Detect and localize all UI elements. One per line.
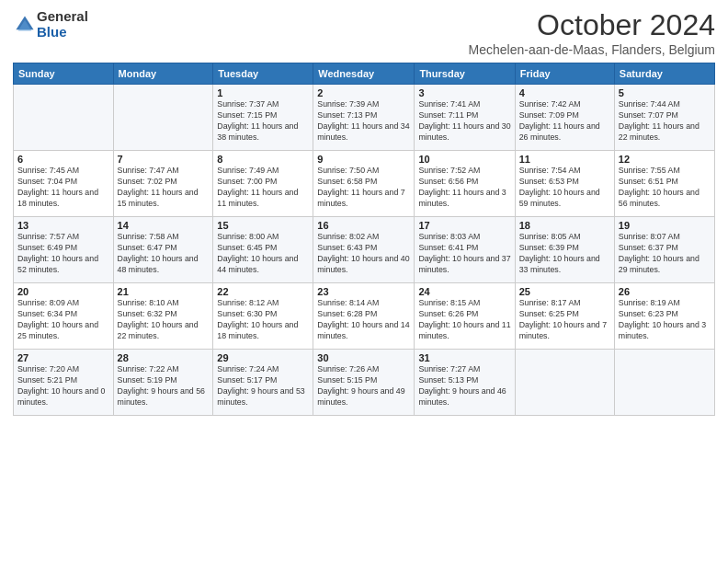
day-info: Sunrise: 7:45 AMSunset: 7:04 PMDaylight:… [17, 166, 109, 210]
day-number: 2 [317, 87, 410, 98]
header-sunday: Sunday [14, 63, 114, 85]
calendar-cell: 27Sunrise: 7:20 AMSunset: 5:21 PMDayligh… [14, 350, 114, 416]
day-info: Sunrise: 7:39 AMSunset: 7:13 PMDaylight:… [317, 99, 410, 144]
calendar-cell: 26Sunrise: 8:19 AMSunset: 6:23 PMDayligh… [614, 283, 714, 350]
day-number: 9 [317, 154, 410, 165]
day-info: Sunrise: 8:19 AMSunset: 6:23 PMDaylight:… [619, 298, 711, 342]
calendar-cell: 11Sunrise: 7:54 AMSunset: 6:53 PMDayligh… [515, 151, 614, 217]
day-info: Sunrise: 7:26 AMSunset: 5:15 PMDaylight:… [317, 364, 410, 408]
day-number: 19 [619, 220, 711, 231]
calendar-cell: 2Sunrise: 7:39 AMSunset: 7:13 PMDaylight… [313, 85, 415, 151]
day-number: 11 [519, 154, 610, 165]
calendar-cell: 29Sunrise: 7:24 AMSunset: 5:17 PMDayligh… [213, 350, 313, 416]
day-number: 22 [217, 286, 309, 297]
day-number: 10 [418, 154, 510, 165]
day-number: 3 [418, 87, 510, 98]
calendar-cell: 13Sunrise: 7:57 AMSunset: 6:49 PMDayligh… [14, 217, 114, 283]
day-info: Sunrise: 7:37 AMSunset: 7:15 PMDaylight:… [217, 99, 309, 144]
logo-general: General [37, 9, 88, 25]
page: General Blue October 2024 Mechelen-aan-d… [0, 0, 728, 563]
day-number: 31 [418, 352, 510, 363]
day-number: 30 [317, 352, 410, 363]
calendar-cell: 18Sunrise: 8:05 AMSunset: 6:39 PMDayligh… [515, 217, 614, 283]
day-info: Sunrise: 7:41 AMSunset: 7:11 PMDaylight:… [418, 99, 510, 144]
calendar-cell: 9Sunrise: 7:50 AMSunset: 6:58 PMDaylight… [313, 151, 415, 217]
day-info: Sunrise: 8:15 AMSunset: 6:26 PMDaylight:… [418, 298, 510, 342]
day-info: Sunrise: 8:09 AMSunset: 6:34 PMDaylight:… [17, 298, 109, 342]
logo-text: General Blue [37, 9, 88, 40]
day-number: 5 [619, 87, 711, 98]
calendar-cell [113, 85, 213, 151]
day-number: 13 [17, 220, 109, 231]
day-info: Sunrise: 7:58 AMSunset: 6:47 PMDaylight:… [118, 232, 210, 276]
day-number: 20 [17, 286, 109, 297]
day-info: Sunrise: 7:55 AMSunset: 6:51 PMDaylight:… [619, 166, 711, 210]
calendar-cell: 8Sunrise: 7:49 AMSunset: 7:00 PMDaylight… [213, 151, 313, 217]
calendar-row-0: 1Sunrise: 7:37 AMSunset: 7:15 PMDaylight… [14, 85, 715, 151]
day-number: 21 [118, 286, 210, 297]
calendar-cell [515, 350, 614, 416]
header-monday: Monday [113, 63, 213, 85]
day-info: Sunrise: 7:22 AMSunset: 5:19 PMDaylight:… [118, 364, 210, 408]
calendar-table: Sunday Monday Tuesday Wednesday Thursday… [13, 63, 715, 416]
calendar-cell [14, 85, 114, 151]
calendar-cell [614, 350, 714, 416]
calendar-cell: 14Sunrise: 7:58 AMSunset: 6:47 PMDayligh… [113, 217, 213, 283]
header-wednesday: Wednesday [313, 63, 415, 85]
logo-icon [15, 15, 35, 35]
day-number: 17 [418, 220, 510, 231]
day-number: 8 [217, 154, 309, 165]
calendar-cell: 15Sunrise: 8:00 AMSunset: 6:45 PMDayligh… [213, 217, 313, 283]
day-number: 12 [619, 154, 711, 165]
calendar-cell: 19Sunrise: 8:07 AMSunset: 6:37 PMDayligh… [614, 217, 714, 283]
day-info: Sunrise: 7:54 AMSunset: 6:53 PMDaylight:… [519, 166, 610, 210]
calendar-cell: 28Sunrise: 7:22 AMSunset: 5:19 PMDayligh… [113, 350, 213, 416]
day-info: Sunrise: 8:14 AMSunset: 6:28 PMDaylight:… [317, 298, 410, 342]
day-info: Sunrise: 7:50 AMSunset: 6:58 PMDaylight:… [317, 166, 410, 210]
day-number: 14 [118, 220, 210, 231]
calendar-cell: 6Sunrise: 7:45 AMSunset: 7:04 PMDaylight… [14, 151, 114, 217]
day-info: Sunrise: 8:00 AMSunset: 6:45 PMDaylight:… [217, 232, 309, 276]
calendar-cell: 7Sunrise: 7:47 AMSunset: 7:02 PMDaylight… [113, 151, 213, 217]
day-number: 28 [118, 352, 210, 363]
logo: General Blue [13, 9, 88, 40]
calendar-cell: 17Sunrise: 8:03 AMSunset: 6:41 PMDayligh… [415, 217, 515, 283]
day-number: 6 [17, 154, 109, 165]
day-number: 18 [519, 220, 610, 231]
day-number: 24 [418, 286, 510, 297]
calendar-header: Sunday Monday Tuesday Wednesday Thursday… [14, 63, 715, 85]
logo-blue-text: Blue [37, 25, 88, 40]
day-number: 25 [519, 286, 610, 297]
day-number: 27 [17, 352, 109, 363]
header-row: Sunday Monday Tuesday Wednesday Thursday… [14, 63, 715, 85]
header-saturday: Saturday [614, 63, 714, 85]
day-info: Sunrise: 7:20 AMSunset: 5:21 PMDaylight:… [17, 364, 109, 408]
calendar-row-4: 27Sunrise: 7:20 AMSunset: 5:21 PMDayligh… [14, 350, 715, 416]
header: General Blue October 2024 Mechelen-aan-d… [13, 9, 715, 57]
calendar-cell: 31Sunrise: 7:27 AMSunset: 5:13 PMDayligh… [415, 350, 515, 416]
calendar-cell: 25Sunrise: 8:17 AMSunset: 6:25 PMDayligh… [515, 283, 614, 350]
calendar-cell: 30Sunrise: 7:26 AMSunset: 5:15 PMDayligh… [313, 350, 415, 416]
day-number: 29 [217, 352, 309, 363]
day-info: Sunrise: 7:52 AMSunset: 6:56 PMDaylight:… [418, 166, 510, 210]
day-number: 16 [317, 220, 410, 231]
day-number: 15 [217, 220, 309, 231]
day-number: 4 [519, 87, 610, 98]
day-info: Sunrise: 8:03 AMSunset: 6:41 PMDaylight:… [418, 232, 510, 276]
calendar-cell: 16Sunrise: 8:02 AMSunset: 6:43 PMDayligh… [313, 217, 415, 283]
calendar-cell: 24Sunrise: 8:15 AMSunset: 6:26 PMDayligh… [415, 283, 515, 350]
calendar-cell: 22Sunrise: 8:12 AMSunset: 6:30 PMDayligh… [213, 283, 313, 350]
calendar-body: 1Sunrise: 7:37 AMSunset: 7:15 PMDaylight… [14, 85, 715, 416]
calendar-cell: 20Sunrise: 8:09 AMSunset: 6:34 PMDayligh… [14, 283, 114, 350]
day-number: 23 [317, 286, 410, 297]
calendar-cell: 1Sunrise: 7:37 AMSunset: 7:15 PMDaylight… [213, 85, 313, 151]
calendar-row-3: 20Sunrise: 8:09 AMSunset: 6:34 PMDayligh… [14, 283, 715, 350]
day-info: Sunrise: 7:24 AMSunset: 5:17 PMDaylight:… [217, 364, 309, 408]
day-info: Sunrise: 8:05 AMSunset: 6:39 PMDaylight:… [519, 232, 610, 276]
day-number: 1 [217, 87, 309, 98]
day-info: Sunrise: 7:49 AMSunset: 7:00 PMDaylight:… [217, 166, 309, 210]
calendar-cell: 10Sunrise: 7:52 AMSunset: 6:56 PMDayligh… [415, 151, 515, 217]
calendar-cell: 21Sunrise: 8:10 AMSunset: 6:32 PMDayligh… [113, 283, 213, 350]
day-number: 26 [619, 286, 711, 297]
calendar-row-2: 13Sunrise: 7:57 AMSunset: 6:49 PMDayligh… [14, 217, 715, 283]
